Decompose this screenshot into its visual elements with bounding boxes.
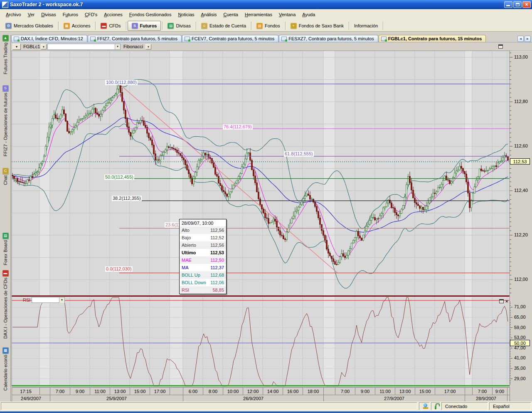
sidebar-item-ffiz7-operaciones-de-futuros[interactable]: SFFIZ7 - Operaciones de futuros — [0, 85, 11, 156]
toolbar-button-informaci-n[interactable]: Información — [350, 21, 382, 31]
sidebar-item-forex-board[interactable]: ▤Forex Board — [0, 233, 11, 266]
symbol-dropdown-icon[interactable]: ▼ — [41, 44, 47, 49]
toolbar-button-acciones[interactable]: ▦Acciones — [60, 21, 94, 31]
toolbar-label: Información — [354, 23, 378, 28]
chat-icon: C — [2, 168, 9, 174]
toolbar-label: Fondos — [265, 23, 280, 28]
chart-tab[interactable]: DAX.I, Índice CFD, Minutos:12 — [11, 35, 87, 42]
lock-icon — [435, 406, 436, 409]
menu-bar: ArchivoVerDivisasFuturosCFD'sAccionesFon… — [0, 9, 532, 20]
app-icon — [2, 2, 8, 8]
divisas-icon: ▤ — [167, 23, 174, 29]
toolbar-label: Divisas — [176, 23, 190, 28]
sidebar: ▲Futures TradingSFFIZ7 - Operaciones de … — [0, 35, 11, 401]
menu-noticias[interactable]: Noticias — [175, 10, 197, 19]
sidebar-item-dax-i-operaciones-de-cfds[interactable]: ▬DAX.I - Operaciones de CFDs — [0, 270, 11, 339]
study-dropdown-icon[interactable]: ▼ — [145, 44, 151, 49]
tab-label: FESXZ7, Contrato para futuros, 5 minutos — [288, 36, 374, 41]
window-title: SaxoTrader 2 - workspace.ok.7 — [10, 2, 503, 7]
tab-scroll-right-icon[interactable]: ► — [525, 36, 531, 42]
language-status[interactable]: Español — [489, 402, 531, 410]
toolbar-label: Mercados Globales — [14, 23, 53, 28]
minimize-button[interactable] — [504, 1, 512, 8]
security-panel — [431, 402, 440, 410]
status-bar: Conectado Español — [0, 401, 532, 411]
tab-scroll-left-icon[interactable]: ◄ — [517, 36, 524, 42]
menu-futuros[interactable]: Futuros — [59, 10, 81, 19]
sidebar-item-futures-trading[interactable]: ▲Futures Trading — [0, 35, 11, 74]
toolbar-separator — [196, 22, 196, 30]
toolbar-label: Fondos de Saxo Bank — [299, 23, 344, 28]
tab-scroll-buttons: ◄ ► — [517, 36, 531, 42]
fondos-saxo-icon: + — [291, 23, 297, 29]
tab-label: FGBLc1, Contrato para futuros, 15 minuto… — [388, 36, 482, 41]
cfds-icon: ▬ — [101, 23, 107, 29]
sidebar-item-chat[interactable]: CChat — [0, 168, 11, 185]
toolbar-button-futuros[interactable]: SFuturos — [128, 21, 161, 31]
menu-cuenta[interactable]: Cuenta — [220, 10, 241, 19]
sidebar-item-label: Forex Board — [3, 240, 8, 266]
toolbar-separator — [126, 22, 126, 30]
menu-ayuda[interactable]: Ayuda — [299, 10, 318, 19]
workspace: ▲Futures TradingSFFIZ7 - Operaciones de … — [0, 32, 532, 401]
toolbar-button-divisas[interactable]: ▤Divisas — [164, 21, 194, 31]
futures-order-icon: S — [2, 85, 9, 91]
status-message-panel — [1, 402, 417, 410]
toolbar-button-fondos-de-saxo-bank[interactable]: +Fondos de Saxo Bank — [287, 21, 347, 31]
toolbar-separator — [251, 22, 251, 30]
combo-dropdown-icon[interactable]: ▼ — [115, 44, 120, 49]
toolbar-separator — [285, 22, 286, 30]
fondos-icon: ▥ — [256, 23, 263, 29]
chart-tab-strip: DAX.I, Índice CFD, Minutos:12FFIZ7, Cont… — [11, 35, 532, 42]
rsi-close-icon[interactable]: × — [505, 299, 508, 303]
chart-search-combo[interactable]: ▼ — [47, 44, 121, 50]
toolbar-button-fondos[interactable]: ▥Fondos — [253, 21, 284, 31]
menu-divisas[interactable]: Divisas — [38, 10, 59, 19]
toolbar-button-mercados-globales[interactable]: ⚙Mercados Globales — [2, 21, 57, 31]
chart-tab[interactable]: FCEV7, Contrato para futuros, 5 minutos — [182, 35, 278, 42]
chart-restore-icon[interactable] — [498, 44, 503, 49]
toolbar-label: Estado de Cuenta — [209, 23, 246, 28]
application-window: SaxoTrader 2 - workspace.ok.7 × ArchivoV… — [0, 0, 532, 413]
menu-herramientas[interactable]: Herramientas — [241, 10, 276, 19]
title-bar: SaxoTrader 2 - workspace.ok.7 × — [0, 0, 532, 9]
toolbar-button-estado-de-cuenta[interactable]: ☺Estado de Cuenta — [197, 21, 250, 31]
chart-tab[interactable]: FGBLc1, Contrato para futuros, 15 minuto… — [379, 35, 486, 42]
menu-acciones[interactable]: Acciones — [101, 10, 126, 19]
toolbar-button-cfds[interactable]: ▬CFDs — [97, 21, 124, 31]
chart-window-icon — [381, 37, 387, 41]
menu-ver[interactable]: Ver — [25, 10, 38, 19]
toolbar-label: Futuros — [140, 23, 157, 28]
close-button[interactable]: × — [522, 1, 531, 8]
futures-trading-icon: ▲ — [2, 35, 9, 41]
sidebar-item-calendario-econ-[interactable]: ▦Calendario econó — [0, 347, 11, 391]
menu-an-lisis[interactable]: Análisis — [198, 10, 220, 19]
sidebar-item-label: Futures Trading — [3, 42, 8, 74]
restore-button[interactable] — [513, 1, 522, 8]
rsi-restore-icon[interactable] — [499, 299, 504, 303]
chart-menu-dropdown[interactable]: ▼ — [12, 44, 21, 50]
toolbar-separator — [95, 22, 96, 30]
connection-status: Conectado — [441, 402, 488, 410]
toolbar-separator — [349, 22, 349, 30]
window-bottom-border — [0, 411, 532, 413]
calendar-icon: ▦ — [2, 347, 9, 354]
tab-label: DAX.I, Índice CFD, Minutos:12 — [21, 36, 83, 41]
futuros-icon: S — [132, 23, 138, 29]
toolbar-separator — [58, 22, 59, 30]
sidebar-item-label: Calendario econó — [3, 355, 8, 391]
forex-board-icon: ▤ — [2, 233, 9, 239]
rsi-combo-dropdown-icon[interactable]: ▼ — [59, 297, 64, 303]
chart-window-icon — [14, 37, 19, 41]
estado-de-cuenta-icon: ☺ — [201, 23, 207, 29]
menu-ventana[interactable]: Ventana — [276, 10, 299, 19]
tab-label: FCEV7, Contrato para futuros, 5 minutos — [192, 36, 274, 41]
rsi-combo[interactable]: ▼ — [32, 297, 65, 303]
chart-tab[interactable]: FFIZ7, Contrato para futuros, 5 minutos — [88, 35, 182, 42]
chart-tab[interactable]: FESXZ7, Contrato para futuros, 5 minutos — [279, 35, 378, 42]
acciones-icon: ▦ — [64, 23, 70, 29]
chart-window-icon — [90, 37, 96, 41]
menu-fondos-gestionados[interactable]: Fondos Gestionados — [126, 10, 175, 19]
menu-archivo[interactable]: Archivo — [2, 10, 25, 19]
menu-cfd-s[interactable]: CFD's — [81, 10, 101, 19]
